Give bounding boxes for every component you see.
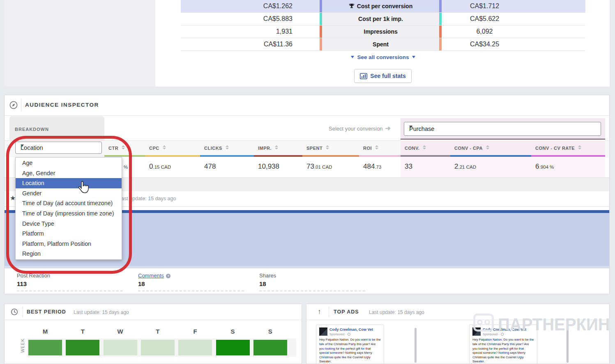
ad-page-name[interactable]: Cody Creelman, Cow Vet xyxy=(483,327,526,332)
heatmap-cell[interactable] xyxy=(141,340,175,355)
column-header-conv-cv-rate[interactable]: CONV - CV RATE xyxy=(531,140,605,157)
column-header-label: CONV - CV RATE xyxy=(535,146,575,151)
conversion-select[interactable]: Purchase xyxy=(404,122,601,136)
dropdown-item-gender[interactable]: Gender xyxy=(16,188,122,199)
column-value: 10,938 xyxy=(254,157,302,177)
summary-value-right: 6,092 xyxy=(442,25,527,38)
column-header-label: SPENT xyxy=(306,146,322,151)
column-header-impr-[interactable]: IMPR. xyxy=(254,140,302,157)
heatmap-cell[interactable] xyxy=(216,340,250,355)
see-all-conversions-link[interactable]: See all conversions xyxy=(325,54,442,60)
chevron-down-icon xyxy=(21,144,24,147)
best-period-last-update: Last update: 15 days ago xyxy=(74,309,129,315)
column-header-label: CONV - CPA xyxy=(454,146,483,151)
divider xyxy=(259,291,365,291)
column-header-spent[interactable]: SPENT xyxy=(302,140,359,157)
ad-page-name[interactable]: Cody Creelman, Cow Vet xyxy=(329,327,373,332)
column-header-roi[interactable]: ROI xyxy=(359,140,401,157)
dropdown-item-location[interactable]: Location xyxy=(16,178,122,188)
column-value: 2.21 CAD xyxy=(450,157,531,177)
column-value: 0.15 CAD xyxy=(145,157,200,177)
summary-value-right: CA$1.712 xyxy=(442,0,527,12)
column-header-clicks[interactable]: CLICKS xyxy=(200,140,254,157)
sort-icon[interactable] xyxy=(423,145,426,149)
column-header-conv-[interactable]: CONV. xyxy=(401,140,450,157)
avatar xyxy=(472,327,481,336)
ad-sponsored-row: Sponsored · xyxy=(329,332,373,336)
column-header-label: IMPR. xyxy=(258,146,272,151)
dropdown-item-platform-platform-position[interactable]: Platform, Platform Position xyxy=(16,239,122,249)
ad-preview-card[interactable]: Cody Creelman, Cow VetSponsored ·Hey Pal… xyxy=(469,325,537,364)
value-main: 10,938 xyxy=(258,163,279,170)
column-header-label: ROI xyxy=(363,146,372,151)
heatmap-cell[interactable] xyxy=(66,340,99,355)
ad-preview-card[interactable]: Cody Creelman, Cow VetSponsored ·Hey Pal… xyxy=(316,325,384,364)
chevron-down-icon xyxy=(409,126,412,128)
dropdown-item-age[interactable]: Age xyxy=(16,158,122,168)
heatmap-cell[interactable] xyxy=(28,340,62,355)
shares-stat: Shares 18 xyxy=(259,272,365,287)
summary-metrics-table: CA$1.262Cost per conversionCA$1.712CA$5.… xyxy=(181,0,585,51)
day-label: S xyxy=(216,328,250,335)
heatmap-cell[interactable] xyxy=(178,340,212,355)
post-reaction-stat: Post Reaction 113 xyxy=(17,272,123,287)
sort-icon[interactable] xyxy=(486,145,489,149)
dropdown-item-device-type[interactable]: Device Type xyxy=(16,219,122,229)
summary-value-left: CA$5.883 xyxy=(181,13,320,25)
stats-summary-panel: CA$1.262Cost per conversionCA$1.712CA$5.… xyxy=(155,0,610,87)
sort-icon[interactable] xyxy=(275,145,278,149)
scrollbar[interactable] xyxy=(415,328,417,363)
see-full-stats-button[interactable]: See full stats xyxy=(354,69,412,83)
column-header-ctr[interactable]: CTR xyxy=(104,140,145,157)
inspector-compass-icon xyxy=(9,101,18,110)
sort-icon[interactable] xyxy=(326,145,329,149)
sort-icon[interactable] xyxy=(226,145,229,149)
dropdown-item-age-gender[interactable]: Age, Gender xyxy=(16,168,122,179)
spacer xyxy=(527,13,585,25)
dropdown-item-time-of-day-impression-time-zone-[interactable]: Time of Day (impression time zone) xyxy=(16,208,122,219)
breakdown-select[interactable]: Location xyxy=(15,142,102,154)
sort-icon[interactable] xyxy=(122,145,125,149)
chart-area-footer xyxy=(5,266,609,268)
week-axis-label: WEEK xyxy=(20,337,25,355)
heatmap-cell[interactable] xyxy=(253,340,287,355)
best-period-title: BEST PERIOD xyxy=(27,309,66,315)
best-period-card: BEST PERIOD Last update: 15 days ago WEE… xyxy=(4,304,302,364)
tab-breakdown[interactable]: BREAKDOWN xyxy=(9,116,104,140)
divider xyxy=(138,291,244,291)
see-full-stats-label: See full stats xyxy=(370,73,405,79)
top-ads-card: ↑ TOP ADS Last update: 15 days ago Cody … xyxy=(306,304,610,364)
heatmap-cell[interactable] xyxy=(104,340,137,355)
avatar xyxy=(319,327,327,336)
dropdown-item-platform[interactable]: Platform xyxy=(16,229,122,239)
column-value: 73.01 CAD xyxy=(302,157,359,177)
summary-value-left: 1,931 xyxy=(181,25,320,38)
day-label: M xyxy=(28,328,62,335)
value-fraction: .21 CAD xyxy=(458,165,476,169)
conversion-panel: Purchase xyxy=(401,118,605,140)
comments-link[interactable]: Comments xyxy=(138,272,164,279)
column-header-cpc[interactable]: CPC xyxy=(145,140,200,157)
left-placeholder-panel xyxy=(4,0,155,87)
sort-icon[interactable] xyxy=(578,145,581,149)
scrollbar[interactable] xyxy=(567,328,569,363)
dropdown-item-time-of-day-ad-account-timezone-[interactable]: Time of Day (ad account timezone) xyxy=(16,198,122,208)
column-header-label: CONV. xyxy=(405,146,419,151)
audience-inspector-header: AUDIENCE INSPECTOR xyxy=(5,95,609,116)
sort-icon[interactable] xyxy=(375,145,378,149)
clock-icon xyxy=(11,308,18,316)
audience-inspector-title: AUDIENCE INSPECTOR xyxy=(25,102,99,108)
globe-icon xyxy=(501,333,504,336)
value-fraction: .15 CAD xyxy=(153,165,170,169)
summary-metric-name: Cost per conversion xyxy=(322,0,439,12)
arrow-up-icon: ↑ xyxy=(318,308,321,316)
info-icon[interactable] xyxy=(166,274,170,278)
last-update-label: Last update: 15 days ago xyxy=(118,196,176,201)
column-value: 33 xyxy=(401,157,450,177)
summary-row: CA$5.883Cost per 1k imp.CA$5.622 xyxy=(181,13,585,25)
column-header-conv-cpa[interactable]: CONV - CPA xyxy=(450,140,531,157)
dropdown-item-region[interactable]: Region xyxy=(16,249,122,259)
sort-icon[interactable] xyxy=(163,145,166,149)
ad-sponsored-row: Sponsored · xyxy=(483,332,526,336)
column-value: 6.904 % xyxy=(531,157,605,177)
